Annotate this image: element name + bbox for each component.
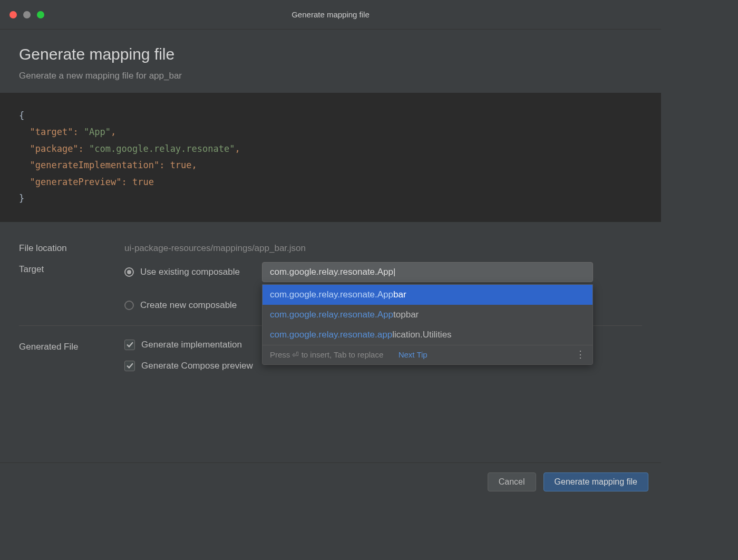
zoom-window-button[interactable] [37, 11, 44, 18]
next-tip-link[interactable]: Next Tip [399, 350, 428, 359]
checkbox-generate-implementation[interactable]: Generate implementation [124, 340, 253, 350]
traffic-lights [9, 11, 44, 18]
radio-label: Use existing composable [140, 267, 240, 277]
autocomplete-hint: Press ⏎ to insert, Tab to replace Next T… [270, 350, 428, 360]
titlebar: Generate mapping file [0, 0, 661, 30]
dialog-content: Generate mapping file Generate a new map… [0, 30, 661, 371]
minimize-window-button[interactable] [23, 11, 31, 18]
radio-icon [124, 267, 134, 277]
autocomplete-dropdown: com.google.relay.resonate.Appbar com.goo… [262, 284, 593, 365]
file-location-label: File location [19, 241, 124, 254]
target-row: Target Use existing composable com.googl… [19, 262, 642, 311]
page-title: Generate mapping file [19, 45, 642, 63]
checkbox-generate-preview[interactable]: Generate Compose preview [124, 361, 253, 371]
checkbox-label: Generate implementation [141, 340, 242, 350]
cancel-button[interactable]: Cancel [488, 472, 536, 491]
autocomplete-item[interactable]: com.google.relay.resonate.application.Ut… [263, 325, 593, 345]
radio-label: Create new composable [140, 300, 237, 311]
code-preview: { "target": "App", "package": "com.googl… [0, 93, 661, 222]
checkbox-icon [124, 340, 135, 350]
generated-file-label: Generated File [19, 340, 124, 352]
window-title: Generate mapping file [292, 10, 370, 19]
autocomplete-footer: Press ⏎ to insert, Tab to replace Next T… [263, 345, 593, 364]
dialog-footer: Cancel Generate mapping file [0, 462, 661, 501]
file-location-row: File location ui-package-resources/mappi… [19, 241, 642, 254]
checkbox-label: Generate Compose preview [141, 361, 253, 371]
more-icon[interactable]: ⋮ [576, 353, 585, 356]
autocomplete-item[interactable]: com.google.relay.resonate.Appbar [263, 285, 593, 305]
radio-use-existing[interactable]: Use existing composable [124, 267, 240, 277]
radio-icon [124, 301, 134, 310]
target-input[interactable] [262, 262, 593, 282]
autocomplete-item[interactable]: com.google.relay.resonate.Apptopbar [263, 305, 593, 325]
close-window-button[interactable] [9, 11, 17, 18]
target-label: Target [19, 262, 124, 275]
file-location-value: ui-package-resources/mappings/app_bar.js… [124, 241, 642, 254]
generate-button[interactable]: Generate mapping file [543, 472, 648, 491]
checkbox-icon [124, 361, 135, 371]
page-subtitle: Generate a new mapping file for app_bar [19, 71, 642, 81]
